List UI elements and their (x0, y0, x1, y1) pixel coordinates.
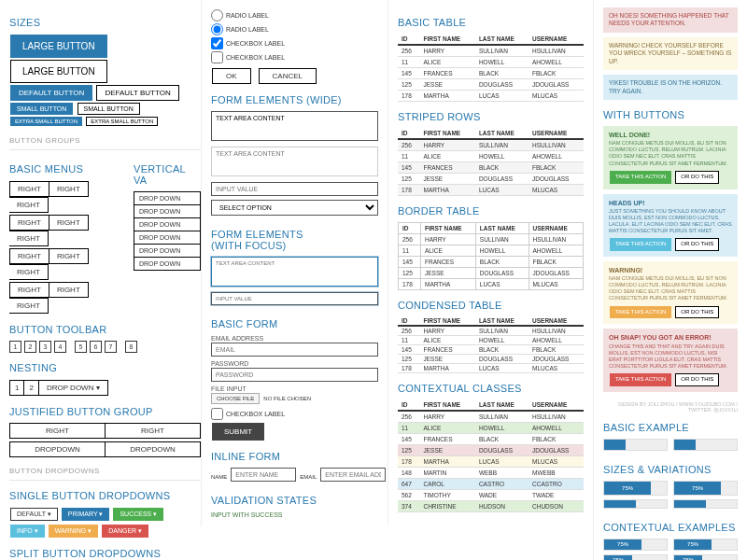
vmenu-item[interactable]: DROP DOWN (134, 245, 201, 258)
sizes-heading: SIZES (9, 17, 201, 28)
table-cell: 11 (398, 151, 419, 162)
toolbar-btn[interactable]: 8 (125, 341, 137, 353)
just-btn[interactable]: RIGHT (106, 423, 201, 439)
menu-btn[interactable]: RIGHT (9, 181, 49, 197)
input-focus[interactable] (211, 292, 378, 305)
default-button-outline[interactable]: DEFAULT BUTTON (96, 85, 178, 101)
toolbar-btn[interactable]: 4 (54, 341, 66, 353)
nest-btn[interactable]: 1 (9, 380, 24, 396)
cancel-button[interactable]: CANCEL (259, 68, 317, 84)
dd-danger[interactable]: DANGER ▾ (102, 525, 148, 538)
take-action-button[interactable]: TAKE THIS ACTION (610, 373, 671, 386)
select-option[interactable]: SELECT OPTION (211, 200, 378, 216)
toolbar-btn[interactable]: 5 (75, 341, 87, 353)
or-do-button[interactable]: OR DO THIS (675, 373, 719, 386)
or-do-button[interactable]: OR DO THIS (675, 238, 719, 251)
toolbar-btn[interactable]: 6 (90, 341, 102, 353)
validation-label: INPUT WITH SUCCESS (211, 511, 378, 518)
textarea-placeholder[interactable] (211, 147, 378, 176)
table-cell: BLACK (475, 434, 529, 445)
dd-primary[interactable]: PRIMARY ▾ (62, 508, 110, 521)
table-cell: MARTHA (419, 91, 474, 102)
table-cell: DOUGLASS (475, 174, 529, 185)
menu-btn[interactable]: RIGHT (9, 231, 49, 246)
table-cell: JESSE (419, 79, 474, 91)
radio-1[interactable] (211, 9, 223, 21)
dd-success[interactable]: SUCCESS ▾ (113, 508, 163, 521)
menu-btn[interactable]: RIGHT (49, 215, 89, 231)
table-cell: 148 (398, 468, 419, 479)
toolbar-btn[interactable]: 3 (39, 341, 51, 353)
table-cell: FRANCES (419, 345, 474, 355)
table-cell: 125 (398, 174, 419, 185)
vmenu-item[interactable]: DROP DOWN (134, 205, 201, 218)
nest-btn[interactable]: 2 (24, 380, 38, 396)
email-inline-label: EMAIL (300, 474, 317, 480)
ok-button[interactable]: OK (212, 68, 251, 84)
toolbar-btn[interactable]: 7 (105, 341, 117, 353)
name-field[interactable] (231, 468, 296, 482)
take-action-button[interactable]: TAKE THIS ACTION (610, 306, 671, 319)
dd-info[interactable]: INFO ▾ (10, 525, 45, 538)
radio-label: RADIO LABEL (226, 12, 269, 19)
or-do-button[interactable]: OR DO THIS (675, 306, 719, 319)
textarea-focus[interactable] (211, 257, 378, 287)
table-cell: FBLACK (529, 162, 584, 174)
email-inline-field[interactable] (320, 468, 386, 482)
checkbox-2[interactable] (211, 51, 223, 63)
dd-warning[interactable]: WARNING ▾ (49, 525, 99, 538)
menu-btn[interactable]: RIGHT (9, 215, 49, 231)
menu-btn[interactable]: RIGHT (9, 298, 49, 314)
nest-dropdown[interactable]: DROP DOWN ▾ (39, 380, 108, 396)
table-cell: HSULLIVAN (529, 139, 584, 151)
xs-button-outline[interactable]: EXTRA SMALL BUTTON (86, 117, 158, 126)
dd-default[interactable]: DEFAULT ▾ (10, 508, 58, 521)
menu-btn[interactable]: RIGHT (9, 197, 49, 213)
xs-button-primary[interactable]: EXTRA SMALL BUTTON (10, 117, 82, 126)
vmenu-item[interactable]: DROP DOWN (134, 191, 201, 205)
table-cell: 256 (398, 139, 419, 151)
menu-btn[interactable]: RIGHT (9, 264, 49, 280)
menu-group-1: RIGHT RIGHT RIGHT (9, 181, 122, 213)
form-checkbox[interactable] (211, 408, 223, 420)
button-dropdowns-heading: BUTTON DROPDOWNS (9, 467, 201, 475)
textarea-filled[interactable]: TEXT AREA CONTENT (211, 111, 378, 141)
table-cell: HARRY (419, 139, 474, 151)
menu-btn[interactable]: RIGHT (49, 282, 89, 298)
radio-2[interactable] (211, 23, 223, 35)
table-row: 11ALICEHOWELLAHOWELL (398, 336, 584, 345)
choose-file-button[interactable]: CHOOSE FILE (211, 393, 260, 404)
table-cell: 145 (398, 68, 419, 79)
vmenu-item[interactable]: DROP DOWN (134, 258, 201, 271)
table-cell: FBLACK (529, 68, 584, 79)
menu-btn[interactable]: RIGHT (49, 181, 89, 197)
input-placeholder[interactable] (211, 182, 378, 196)
password-field[interactable] (211, 368, 378, 382)
take-action-button[interactable]: TAKE THIS ACTION (610, 171, 671, 184)
button-toolbar: 1 2 3 4 5 6 7 8 (9, 341, 201, 353)
menu-btn[interactable]: RIGHT (9, 248, 49, 264)
vmenu-item[interactable]: DROP DOWN (134, 231, 201, 245)
checkbox-1[interactable] (211, 37, 223, 49)
table-header: ID (398, 316, 419, 326)
table-header: ID (398, 399, 419, 411)
default-button-primary[interactable]: DEFAULT BUTTON (10, 85, 92, 101)
large-button-primary[interactable]: LARGE BUTTON (10, 35, 107, 58)
small-button-outline[interactable]: SMALL BUTTON (78, 103, 140, 115)
just-btn[interactable]: DROPDOWN (106, 441, 201, 457)
vmenu-item[interactable]: DROP DOWN (134, 218, 201, 231)
menu-btn[interactable]: RIGHT (49, 248, 89, 264)
just-btn[interactable]: DROPDOWN (9, 441, 106, 457)
large-button-outline[interactable]: LARGE BUTTON (10, 60, 107, 83)
toolbar-btn[interactable]: 1 (9, 341, 21, 353)
toolbar-btn[interactable]: 2 (24, 341, 36, 353)
or-do-button[interactable]: OR DO THIS (675, 171, 719, 184)
take-action-button[interactable]: TAKE THIS ACTION (610, 238, 671, 251)
email-field[interactable] (211, 343, 378, 357)
submit-button[interactable]: SUBMIT (212, 423, 264, 441)
menu-btn[interactable]: RIGHT (9, 282, 49, 298)
table-cell: FRANCES (419, 68, 474, 79)
just-btn[interactable]: RIGHT (9, 423, 106, 439)
small-button-primary[interactable]: SMALL BUTTON (10, 103, 73, 115)
table-cell: LUCAS (475, 364, 529, 373)
